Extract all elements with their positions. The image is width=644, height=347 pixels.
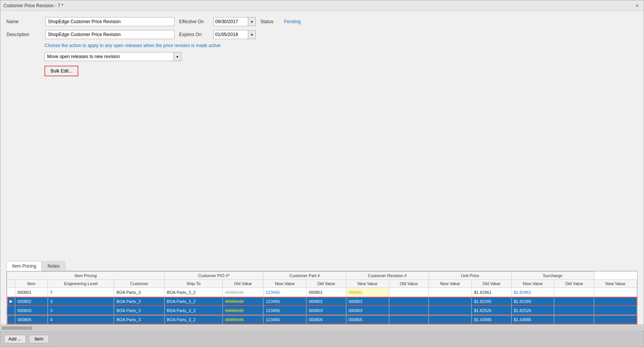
expires-on-input[interactable] — [214, 31, 248, 38]
description-row: Description Expires On ▾ — [6, 30, 638, 39]
row-item: 000802 — [15, 297, 48, 306]
row-sur-old — [554, 288, 594, 297]
titlebar: Customer Price Revision - 7 * × — [0, 0, 644, 11]
name-input[interactable] — [45, 17, 174, 26]
group-header-customer-po: Customer P/O #* — [164, 272, 263, 280]
close-button[interactable]: × — [634, 2, 641, 9]
col-part-new: New Value — [346, 280, 389, 288]
row-rev-new — [429, 297, 472, 306]
table-row[interactable]: 000805 4 BOA Parts_3 BOA Parts_3_2 00000… — [7, 315, 637, 324]
name-label: Name — [6, 19, 41, 24]
table-header-group: Item Pricing Customer P/O #* Customer Pa… — [7, 272, 637, 280]
col-price-new: New Value — [511, 280, 554, 288]
row-part-new: 000802 — [346, 297, 389, 306]
row-rev-old — [389, 297, 429, 306]
pricing-table: Item Pricing Customer P/O #* Customer Pa… — [7, 271, 637, 324]
row-part-new: 000803 — [346, 306, 389, 315]
scroll-thumb[interactable] — [2, 326, 32, 330]
description-label: Description — [6, 32, 41, 37]
col-item: Item — [15, 280, 48, 288]
tab-item-pricing[interactable]: Item Pricing — [6, 261, 42, 271]
row-price-old: $1.82526 — [472, 306, 512, 315]
table-row[interactable]: 000803 3 BOA Parts_3 BOA Parts_3_2 00000… — [7, 306, 637, 315]
effective-on-input[interactable] — [214, 18, 248, 25]
row-part-old: 000805 — [306, 315, 346, 324]
row-eng-level: 3 — [48, 297, 114, 306]
row-rev-new — [429, 315, 472, 324]
table-body: 000801 7 BOA Parts_3 BOA Parts_3_2 00000… — [7, 288, 637, 324]
row-customer: BOA Parts_3 — [114, 306, 164, 315]
group-header-item-pricing: Item Pricing — [7, 272, 165, 280]
row-ship-to: BOA Parts_3_2 — [164, 288, 222, 297]
row-eng-level: 3 — [48, 306, 114, 315]
row-price-old: $1.82961 — [472, 288, 512, 297]
expires-on-dropdown[interactable]: ▾ — [248, 30, 255, 39]
form-section: Name Effective On ▾ Status Pending Descr… — [6, 17, 638, 76]
scroll-track[interactable] — [2, 326, 642, 330]
status-value: Pending — [284, 19, 301, 24]
row-arrow: ▶ — [7, 297, 15, 306]
table-row[interactable]: 000801 7 BOA Parts_3 BOA Parts_3_2 00000… — [7, 288, 637, 297]
description-input[interactable] — [45, 30, 174, 39]
expires-on-wrap: ▾ — [213, 30, 256, 39]
row-ship-to: BOA Parts_3_2 — [164, 306, 222, 315]
col-eng-level: Engineering Level — [48, 280, 114, 288]
group-header-unit-price: Unit Price — [429, 272, 511, 280]
col-rev-new: New Value — [429, 280, 472, 288]
row-po-old: 00000165 — [223, 306, 263, 315]
action-dropdown-wrap: ▾ — [44, 52, 181, 61]
row-arrow — [7, 315, 15, 324]
row-arrow — [7, 288, 15, 297]
row-po-new: 123456 — [263, 297, 306, 306]
row-rev-new — [429, 288, 472, 297]
row-po-old: 00000165 — [223, 288, 263, 297]
bulk-edit-button[interactable]: Bulk Edit... — [44, 66, 78, 76]
info-text: Choose the action to apply to any open r… — [44, 43, 638, 48]
row-rev-new — [429, 306, 472, 315]
row-sur-new — [594, 315, 637, 324]
row-po-old: 00000165 — [223, 315, 263, 324]
name-row: Name Effective On ▾ Status Pending — [6, 17, 638, 26]
spacer — [6, 79, 638, 261]
horizontal-scrollbar[interactable] — [0, 325, 644, 331]
row-sur-old — [554, 297, 594, 306]
item-button[interactable]: Item — [29, 335, 49, 343]
row-sur-old — [554, 315, 594, 324]
add-button[interactable]: Add ... — [4, 335, 26, 343]
col-arrow — [7, 280, 15, 288]
tab-notes[interactable]: Notes — [42, 261, 65, 271]
window-title: Customer Price Revision - 7 * — [3, 3, 63, 8]
col-price-old: Old Value — [472, 280, 512, 288]
action-dropdown-button[interactable]: ▾ — [173, 52, 181, 61]
col-po-new: New Value — [263, 280, 306, 288]
bottom-bar: Add ... Item — [0, 331, 644, 347]
row-item: 000803 — [15, 306, 48, 315]
row-price-old: $1.43985 — [472, 315, 512, 324]
tabs-section: Item Pricing Notes Item Pricing Customer… — [6, 261, 638, 325]
row-price-new: $1.82961 — [511, 288, 554, 297]
tab-bar: Item Pricing Notes — [6, 261, 638, 271]
row-po-new: 123456 — [263, 306, 306, 315]
row-customer: BOA Parts_3 — [114, 288, 164, 297]
col-sur-old: Old Value — [554, 280, 594, 288]
table-row[interactable]: ▶ 000802 3 BOA Parts_3 BOA Parts_3_2 000… — [7, 297, 637, 306]
row-rev-old — [389, 306, 429, 315]
row-part-old: 000803 — [306, 306, 346, 315]
row-arrow — [7, 306, 15, 315]
row-item: 000801 — [15, 288, 48, 297]
action-dropdown-input[interactable] — [45, 53, 173, 60]
effective-on-dropdown[interactable]: ▾ — [248, 17, 255, 26]
expires-on-group: Expires On ▾ — [179, 30, 256, 39]
row-ship-to: BOA Parts_3_2 — [164, 297, 222, 306]
group-header-customer-revision: Customer Revision # — [346, 272, 428, 280]
group-header-surcharge: Surcharge — [511, 272, 594, 280]
row-po-new: 123456 — [263, 288, 306, 297]
row-part-old: 000801 — [306, 288, 346, 297]
col-ship-to: Ship-To — [164, 280, 222, 288]
col-customer: Customer — [114, 280, 164, 288]
row-item: 000805 — [15, 315, 48, 324]
row-rev-old — [389, 315, 429, 324]
col-part-old: Old Value — [306, 280, 346, 288]
row-sur-old — [554, 306, 594, 315]
row-ship-to: BOA Parts_3_2 — [164, 315, 222, 324]
